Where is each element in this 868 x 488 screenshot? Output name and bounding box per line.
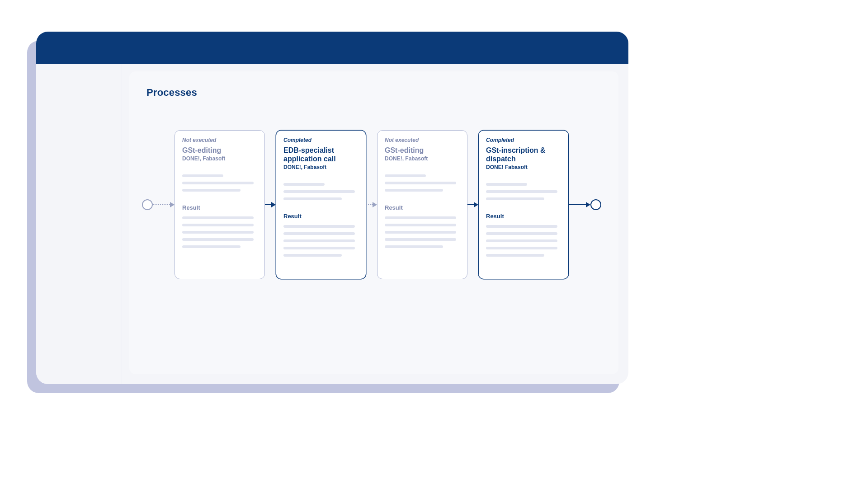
content-placeholder	[385, 174, 460, 196]
process-status: Completed	[486, 137, 561, 143]
process-card[interactable]: Completed GSt-inscription & dispatch DON…	[478, 130, 569, 279]
flow-connector	[366, 204, 377, 205]
flow-connector	[153, 204, 175, 205]
result-label: Result	[385, 204, 460, 211]
process-title: GSt-editing	[182, 146, 257, 155]
window-body: Processes Not executed GSt-editing DONE!…	[36, 64, 628, 384]
result-placeholder	[283, 225, 359, 261]
process-status: Completed	[283, 137, 359, 143]
result-label: Result	[283, 213, 359, 220]
process-subtitle: DONE!, Fabasoft	[283, 164, 359, 170]
process-status: Not executed	[182, 137, 257, 143]
page-title: Processes	[146, 87, 606, 99]
result-label: Result	[486, 213, 561, 220]
app-window: Processes Not executed GSt-editing DONE!…	[36, 32, 628, 384]
window-titlebar	[36, 32, 628, 64]
content-placeholder	[283, 183, 359, 205]
flow-connector	[265, 204, 276, 205]
result-placeholder	[182, 216, 257, 253]
content-panel: Processes Not executed GSt-editing DONE!…	[129, 71, 618, 374]
process-subtitle: DONE!, Fabasoft	[182, 155, 257, 162]
process-title: GSt-inscription & dispatch	[486, 146, 561, 163]
process-flow: Not executed GSt-editing DONE!, Fabasoft…	[142, 130, 606, 279]
result-placeholder	[486, 225, 561, 261]
flow-end-node	[590, 199, 601, 210]
flow-start-node	[142, 199, 153, 210]
result-label: Result	[182, 204, 257, 211]
process-card[interactable]: Not executed GSt-editing DONE!, Fabasoft…	[377, 130, 467, 279]
process-card[interactable]: Completed EDB-specialist application cal…	[276, 130, 366, 279]
flow-connector	[569, 204, 590, 205]
process-card[interactable]: Not executed GSt-editing DONE!, Fabasoft…	[175, 130, 265, 279]
result-placeholder	[385, 216, 460, 253]
sidebar	[36, 64, 122, 384]
process-title: EDB-specialist application call	[283, 146, 359, 163]
flow-connector	[467, 204, 478, 205]
process-title: GSt-editing	[385, 146, 460, 155]
process-subtitle: DONE!, Fabasoft	[385, 155, 460, 162]
process-status: Not executed	[385, 137, 460, 143]
content-placeholder	[182, 174, 257, 196]
content-placeholder	[486, 183, 561, 205]
process-subtitle: DONE! Fabasoft	[486, 164, 561, 170]
